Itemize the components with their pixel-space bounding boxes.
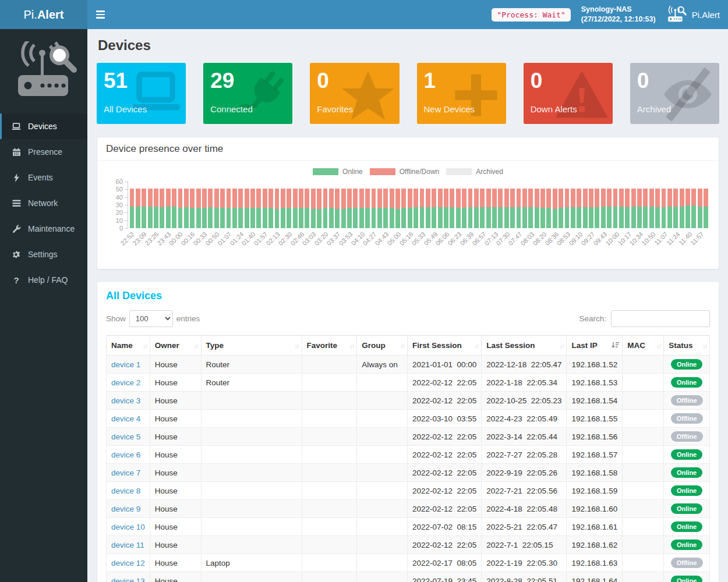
app-root: Pi.Alert "Process: Wait" Synology-NAS (2… [0, 0, 728, 582]
sidebar-item-label: Settings [28, 250, 58, 259]
column-header-mac[interactable]: MAC↓↑ [623, 336, 664, 356]
chart-bar [166, 189, 171, 228]
brand-logo[interactable]: Pi.Alert [0, 0, 87, 29]
chart-bar [275, 189, 280, 228]
device-link[interactable]: device 5 [111, 432, 140, 441]
name-cell: device 3 [107, 392, 150, 410]
router-scan-icon [666, 6, 687, 23]
header-brand-right[interactable]: Pi.Alert [666, 6, 720, 23]
column-header-label: Owner [155, 341, 179, 350]
sidebar-item-presence[interactable]: Presence [0, 139, 87, 165]
card-new-devices[interactable]: 1 New Devices [417, 63, 506, 124]
last-ip-cell: 192.168.1.53 [567, 374, 623, 392]
column-header-label: First Session [412, 341, 462, 350]
device-link[interactable]: device 6 [111, 450, 140, 459]
column-header-label: Status [669, 341, 692, 350]
legend-item[interactable]: Archived [446, 168, 503, 176]
chart-bar [685, 189, 690, 228]
column-header-label: MAC [627, 341, 645, 350]
column-header-favorite[interactable]: Favorite↓↑ [302, 336, 357, 356]
column-header-owner[interactable]: Owner↓↑ [150, 336, 201, 356]
status-badge: Online [671, 485, 702, 496]
search-input[interactable] [611, 310, 710, 327]
table-row: device 5House2022-02-12 22:052022-3-14 2… [107, 428, 710, 446]
sidebar-item-label: Events [28, 173, 53, 182]
chart-bar [637, 189, 642, 228]
status-badge: Offline [671, 413, 703, 424]
sidebar-item-label: Help / FAQ [28, 275, 68, 285]
devices-table-body: device 1HouseRouterAlways on2021-01-01 0… [107, 356, 710, 582]
sidebar-toggle-icon[interactable] [87, 0, 114, 29]
card-archived[interactable]: 0 Archived [630, 63, 719, 124]
column-header-last-session[interactable]: Last Session↓↑ [482, 336, 567, 356]
chart-y-axis: 0102030405060 [107, 182, 128, 228]
gear-icon [11, 250, 22, 259]
card-all-devices[interactable]: 51 All Devices [97, 63, 186, 124]
column-header-first-session[interactable]: First Session↓↑ [407, 336, 481, 356]
chart-bar [492, 189, 497, 228]
sidebar-item-events[interactable]: Events [0, 165, 87, 190]
page-length-select[interactable]: 100 [129, 310, 173, 327]
sidebar-item-help[interactable]: ? Help / FAQ [0, 267, 87, 293]
chart-bar [329, 189, 334, 228]
first-session-cell: 2022-02-12 22:05 [407, 374, 481, 392]
device-link[interactable]: device 1 [111, 360, 140, 369]
device-link[interactable]: device 2 [111, 378, 140, 387]
sidebar-item-maintenance[interactable]: Maintenance [0, 216, 87, 242]
bolt-icon [11, 173, 22, 182]
router-scan-logo-icon [10, 41, 77, 102]
last-session-cell: 2022-9-19 22:05.26 [482, 464, 567, 482]
last-ip-cell: 192.168.1.64 [567, 572, 623, 582]
column-header-last-ip[interactable]: Last IP [567, 336, 623, 356]
sort-active-icon [612, 342, 619, 350]
table-row: device 2HouseRouter2022-02-12 22:052022-… [107, 374, 710, 392]
device-link[interactable]: device 11 [111, 541, 144, 549]
search-label: Search: [579, 314, 606, 323]
table-row: device 7House2022-02-12 22:052022-9-19 2… [107, 464, 710, 482]
device-link[interactable]: device 8 [111, 487, 140, 495]
device-link[interactable]: device 9 [111, 505, 140, 513]
device-link[interactable]: device 13 [111, 577, 145, 582]
legend-item[interactable]: Offline/Down [370, 168, 439, 176]
sort-icon: ↓↑ [349, 342, 354, 349]
device-link[interactable]: device 4 [111, 414, 140, 423]
legend-item[interactable]: Online [313, 168, 363, 176]
chart-bar [196, 189, 201, 228]
device-link[interactable]: device 10 [111, 523, 145, 531]
chart-bar [643, 189, 648, 228]
mac-cell [623, 518, 664, 536]
device-link[interactable]: device 3 [111, 396, 140, 405]
last-session-cell: 2022-12-18 22:05.47 [482, 356, 567, 374]
chart-bar [546, 189, 551, 228]
chart-bar [522, 189, 527, 228]
column-header-group[interactable]: Group↓↑ [357, 336, 408, 356]
card-favorites[interactable]: 0 Favorites [310, 63, 399, 124]
card-value: 0 [531, 69, 606, 94]
table-row: device 13House2022-07-19 23:452022-8-28 … [107, 572, 710, 582]
y-tick-label: 20 [116, 209, 123, 216]
device-link[interactable]: device 12 [111, 559, 145, 567]
owner-cell: House [150, 446, 201, 464]
column-header-type[interactable]: Type↓↑ [201, 336, 302, 356]
sidebar-item-devices[interactable]: Devices [0, 113, 87, 139]
card-connected[interactable]: 29 Connected [203, 63, 292, 124]
column-header-name[interactable]: Name↓↑ [107, 336, 150, 356]
page-title: Devices [98, 37, 719, 54]
name-cell: device 6 [107, 446, 150, 464]
device-link[interactable]: device 7 [111, 469, 140, 477]
chart-bar [414, 189, 418, 228]
mac-cell [623, 482, 664, 500]
chart-bar [190, 189, 195, 228]
owner-cell: House [150, 536, 201, 554]
chart-bar [256, 189, 261, 228]
column-header-status[interactable]: Status↓↑ [664, 336, 710, 356]
sidebar-item-network[interactable]: Network [0, 190, 87, 216]
sidebar-item-settings[interactable]: Settings [0, 242, 87, 267]
card-down-alerts[interactable]: 0 Down Alerts [524, 63, 613, 124]
column-header-label: Group [362, 341, 386, 350]
status-cell: Online [664, 482, 710, 500]
type-cell: Laptop [201, 554, 302, 572]
chart-bar [553, 189, 557, 228]
first-session-cell: 2021-01-01 00:00 [407, 356, 481, 374]
mac-cell [623, 572, 664, 582]
